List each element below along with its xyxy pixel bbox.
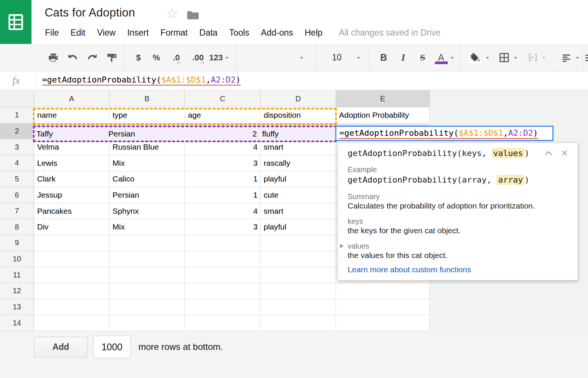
menu-help[interactable]: Help [304,28,322,38]
cell[interactable] [261,267,336,283]
formula-input[interactable]: =getAdoptionProbability($A$1:$D$1,A2:D2) [42,71,241,89]
cell[interactable] [185,251,261,267]
cell[interactable] [110,267,185,283]
cell-C7[interactable]: 4 [185,203,261,219]
select-all-corner[interactable] [0,90,34,107]
chevron-down-icon[interactable] [300,57,303,59]
cell-A8[interactable]: Div [34,219,110,235]
cell[interactable] [185,283,261,299]
menu-addons[interactable]: Add-ons [261,28,293,38]
cell-A5[interactable]: Clark [34,171,110,188]
row-header-13[interactable]: 13 [0,299,34,315]
cell[interactable] [185,299,261,315]
cell[interactable] [34,315,110,331]
row-header-7[interactable]: 7 [0,203,34,219]
italic-button[interactable]: I [398,44,409,71]
currency-format-button[interactable]: $ [134,44,143,71]
row-header-11[interactable]: 11 [0,267,34,283]
cell[interactable] [34,235,110,251]
cell[interactable] [34,299,110,315]
cell[interactable] [185,235,261,251]
star-icon[interactable]: ☆ [166,7,178,21]
row-header-12[interactable]: 12 [0,283,34,299]
text-color-button[interactable]: A [434,44,448,75]
cell[interactable] [185,315,261,331]
add-rows-button[interactable]: Add [34,337,87,357]
cell-D7[interactable]: smart [261,203,336,219]
row-header-8[interactable]: 8 [0,219,34,235]
menu-data[interactable]: Data [200,28,218,38]
strikethrough-button[interactable]: S [417,44,428,71]
row-header-10[interactable]: 10 [0,251,34,267]
cell[interactable] [110,251,185,267]
cell[interactable] [34,283,110,299]
cell[interactable] [261,283,336,299]
row-header-5[interactable]: 5 [0,171,34,188]
cell-B4[interactable]: Mix [110,155,185,171]
cell-B5[interactable]: Calico [110,171,185,188]
row-header-3[interactable]: 3 [0,139,34,155]
row-header-2[interactable]: 2 [0,123,34,140]
chevron-down-icon[interactable] [576,57,579,59]
bold-button[interactable]: B [378,44,389,71]
redo-button[interactable] [87,44,98,71]
chevron-down-icon[interactable] [514,57,517,59]
chevron-down-icon[interactable] [357,57,360,59]
undo-button[interactable] [67,44,78,71]
row-header-9[interactable]: 9 [0,235,34,251]
cell-C4[interactable]: 3 [185,155,261,171]
row-header-4[interactable]: 4 [0,155,34,171]
cell[interactable] [110,235,185,251]
menu-insert[interactable]: Insert [127,28,149,38]
decrease-decimal-button[interactable]: .0 ← [168,44,184,71]
fill-color-button[interactable] [468,44,481,71]
cell-A7[interactable]: Pancakes [34,203,110,219]
cell-D5[interactable]: playful [261,171,336,188]
cell[interactable] [110,283,185,299]
rows-count-input[interactable] [93,336,130,358]
borders-button[interactable] [498,44,510,71]
cell[interactable] [34,267,110,283]
folder-icon[interactable] [186,10,200,20]
cell-A4[interactable]: Lewis [34,155,110,171]
cell[interactable] [34,251,110,267]
horizontal-align-button[interactable] [561,44,572,71]
sheets-logo[interactable] [0,0,32,44]
cell-D6[interactable]: cute [261,187,336,203]
cell[interactable] [110,315,185,331]
learn-more-link[interactable]: Learn more about custom functions [348,265,568,274]
row-header-14[interactable]: 14 [0,315,34,331]
print-button[interactable] [48,44,59,71]
cell-E2-editor[interactable]: =getAdoptionProbability($A$1:$D$1,A2:D2) [335,126,554,141]
percent-format-button[interactable]: % [150,44,163,71]
cell[interactable] [110,299,185,315]
cell[interactable] [261,251,336,267]
col-header-E[interactable]: E [336,90,430,107]
menu-view[interactable]: View [97,28,116,38]
row-header-1[interactable]: 1 [0,107,34,123]
chevron-down-icon[interactable] [451,57,454,59]
col-header-B[interactable]: B [110,90,185,107]
cell-C5[interactable]: 1 [185,171,261,188]
menu-format[interactable]: Format [160,28,188,38]
chevron-down-icon[interactable] [486,57,489,59]
cell-D8[interactable]: playful [261,219,336,235]
cell[interactable] [336,283,430,299]
cell[interactable] [336,315,430,331]
cell[interactable] [336,299,430,315]
more-formats-button[interactable]: 123 [208,44,224,71]
chevron-down-icon[interactable] [542,57,545,59]
cell-B8[interactable]: Mix [110,219,185,235]
document-title[interactable]: Cats for Adoption [45,6,135,20]
collapse-chevron-up-icon[interactable] [544,151,553,156]
cell-A6[interactable]: Jessup [34,187,110,203]
col-header-A[interactable]: A [34,90,110,107]
menu-edit[interactable]: Edit [70,28,86,38]
row-header-6[interactable]: 6 [0,187,34,203]
cell-E1[interactable]: Adoption Probability [336,107,430,123]
cell-C6[interactable]: 1 [185,187,261,203]
font-size-dropdown[interactable]: 10 [328,44,345,71]
chevron-down-icon[interactable] [225,57,228,59]
cell[interactable] [261,235,336,251]
close-icon[interactable]: × [561,147,568,159]
